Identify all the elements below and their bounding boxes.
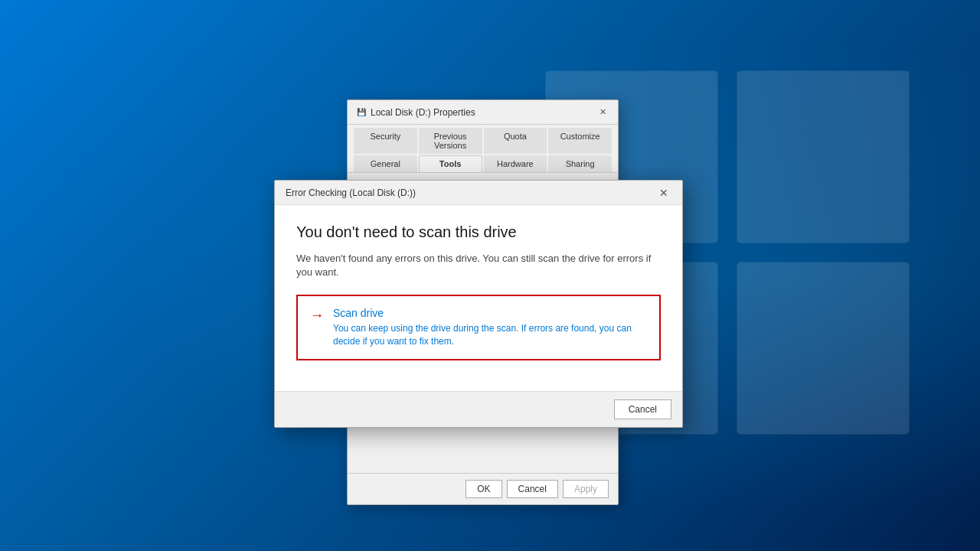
tab-tools[interactable]: Tools [419, 155, 482, 172]
error-checking-dialog: Error Checking (Local Disk (D:)) ✕ You d… [274, 180, 683, 428]
properties-title: Local Disk (D:) Properties [371, 107, 475, 118]
error-dialog-footer: Cancel [275, 391, 682, 427]
dialog-heading: You don't need to scan this drive [296, 223, 661, 241]
tab-previous-versions[interactable]: Previous Versions [419, 128, 482, 154]
disk-icon: 💾 [357, 108, 366, 116]
scan-drive-option[interactable]: → Scan drive You can keep using the driv… [296, 295, 661, 360]
titlebar-left: 💾 Local Disk (D:) Properties [357, 107, 475, 118]
properties-titlebar: 💾 Local Disk (D:) Properties ✕ [348, 100, 618, 125]
scan-drive-title: Scan drive [333, 307, 647, 319]
apply-button[interactable]: Apply [563, 480, 609, 498]
tab-hardware[interactable]: Hardware [484, 155, 547, 172]
scan-drive-description: You can keep using the drive during the … [333, 322, 647, 348]
tab-quota[interactable]: Quota [484, 128, 547, 154]
properties-tabs: Security Previous Versions Quota Customi… [348, 125, 618, 173]
properties-close-button[interactable]: ✕ [596, 106, 609, 119]
svg-rect-3 [737, 262, 910, 435]
error-dialog-title: Error Checking (Local Disk (D:)) [286, 187, 416, 198]
dialog-subtext: We haven't found any errors on this driv… [296, 252, 661, 279]
tab-security[interactable]: Security [354, 128, 417, 154]
tab-general[interactable]: General [354, 155, 417, 172]
svg-rect-1 [737, 71, 910, 243]
error-dialog-close-button[interactable]: ✕ [656, 185, 671, 201]
cancel-button[interactable]: Cancel [614, 399, 671, 419]
properties-footer: OK Cancel Apply [348, 473, 618, 504]
error-dialog-titlebar: Error Checking (Local Disk (D:)) ✕ [275, 181, 682, 205]
tab-customize[interactable]: Customize [548, 128, 612, 154]
scan-option-content: Scan drive You can keep using the drive … [333, 307, 647, 348]
scan-arrow-icon: → [310, 308, 324, 324]
error-dialog-body: You don't need to scan this drive We hav… [275, 205, 682, 391]
tab-sharing[interactable]: Sharing [548, 155, 612, 172]
cancel-button-props[interactable]: Cancel [507, 480, 558, 498]
ok-button[interactable]: OK [466, 480, 501, 498]
